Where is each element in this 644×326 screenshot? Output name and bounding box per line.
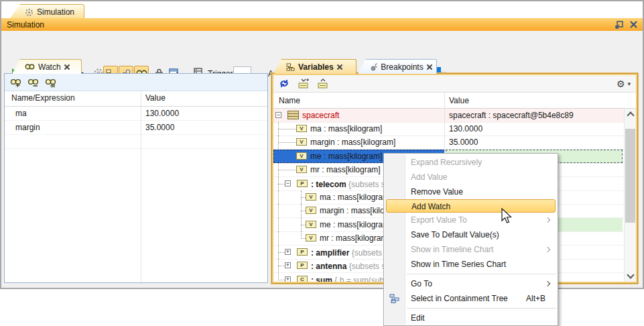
part-property-icon: P: [297, 180, 308, 187]
menu-item-add-value[interactable]: Add Value: [384, 170, 558, 184]
value-property-icon: V: [296, 138, 307, 146]
tab-variables-label: Variables: [298, 62, 334, 72]
menu-separator: [407, 274, 556, 274]
block-instance-icon: [287, 111, 299, 119]
settings-gear-icon: ⚙: [617, 79, 625, 89]
value-property-icon: V: [306, 193, 316, 201]
settings-dropdown-arrow-icon: ▾: [627, 80, 631, 87]
part-property-icon: P: [297, 248, 308, 256]
watch-column-divider[interactable]: [141, 91, 141, 282]
variables-settings[interactable]: ⚙ ▾: [617, 79, 631, 89]
tab-watch-close-icon[interactable]: [64, 64, 70, 70]
breakpoints-tab-icon: [371, 63, 377, 71]
tab-simulation-label: Simulation: [37, 7, 74, 17]
submenu-arrow-icon: [545, 281, 550, 286]
value-property-icon: V: [296, 125, 307, 132]
mouse-cursor: [501, 208, 514, 227]
refresh-icon[interactable]: [279, 78, 289, 89]
tab-variables[interactable]: Variables: [273, 59, 357, 74]
scroll-up-button[interactable]: [625, 109, 636, 120]
menu-item-edit[interactable]: Edit: [384, 311, 558, 325]
collapse-all-icon[interactable]: [317, 78, 328, 89]
part-property-icon: P: [297, 262, 308, 269]
expand-expander-icon[interactable]: +: [285, 276, 291, 282]
menu-item-add-watch[interactable]: Add Watch: [386, 199, 556, 213]
menu-shortcut: Alt+B: [526, 291, 545, 306]
document-tab-bar: Simulation: [1, 1, 643, 18]
add-watch-icon[interactable]: [10, 78, 22, 87]
watch-col-name[interactable]: Name/Expression: [11, 93, 75, 103]
simulation-gear-icon: [25, 8, 34, 17]
remove-all-watches-icon[interactable]: [45, 78, 57, 87]
menu-item-expand-recursively[interactable]: Expand Recursively: [384, 155, 558, 170]
variables-col-name[interactable]: Name: [279, 96, 300, 105]
menu-item-select-in-containment-tree[interactable]: Select in Containment Tree Alt+B: [384, 291, 558, 306]
submenu-arrow-icon: [545, 217, 550, 223]
watch-binoculars-icon: [25, 63, 35, 70]
main-toolbar: ≫_: [1, 31, 643, 58]
menu-item-show-in-time-series-chart[interactable]: Show in Time Series Chart: [384, 257, 558, 272]
close-icon[interactable]: [630, 21, 637, 28]
tab-simulation[interactable]: Simulation: [9, 4, 84, 19]
menu-item-go-to[interactable]: Go To: [384, 276, 558, 291]
tab-watch-label: Watch: [38, 62, 61, 72]
variables-tree-icon: [286, 63, 295, 71]
tree-row[interactable]: V margin : mass[kilogram] 35.0000: [273, 135, 636, 150]
constraint-property-icon: C: [297, 276, 308, 282]
watch-row[interactable]: ma 130.0000: [5, 107, 267, 121]
watch-table-header[interactable]: Name/Expression Value: [5, 91, 267, 107]
watch-panel: Name/Expression Value ma 130.0000 margin…: [4, 73, 268, 283]
tab-breakpoints-close-icon[interactable]: [427, 64, 431, 70]
collapse-expander-icon[interactable]: −: [275, 112, 281, 118]
panel-titlebar[interactable]: Simulation: [1, 18, 643, 31]
value-property-icon: V: [296, 166, 307, 173]
watch-empty-row: [5, 135, 267, 149]
remove-watch-icon[interactable]: [27, 78, 40, 87]
tree-row-spacecraft[interactable]: − spacecraft spacecraft : spacecraft@5b4…: [273, 109, 636, 123]
panel-title: Simulation: [7, 20, 44, 30]
value-property-icon: V: [306, 221, 316, 228]
scroll-down-button[interactable]: [625, 270, 636, 282]
menu-item-export-value-to[interactable]: Export Value To: [384, 213, 558, 227]
tree-row[interactable]: V ma : mass[kilogram] 130.0000: [273, 122, 636, 136]
watch-row[interactable]: margin 35.0000: [5, 121, 267, 135]
tab-watch[interactable]: Watch: [12, 59, 82, 74]
value-property-icon: V: [296, 152, 307, 160]
chevron-down-icon: [627, 271, 634, 278]
watch-toolbar: [5, 74, 267, 91]
expand-expander-icon[interactable]: +: [285, 262, 291, 268]
tab-variables-close-icon[interactable]: [337, 64, 342, 70]
tab-breakpoints-label: Breakpoints: [381, 62, 423, 72]
float-window-icon[interactable]: [615, 21, 623, 29]
expand-expander-icon[interactable]: +: [285, 249, 291, 255]
tab-breakpoints[interactable]: Breakpoints: [358, 59, 437, 74]
submenu-arrow-icon: [545, 247, 550, 252]
collapse-expander-icon[interactable]: −: [285, 180, 291, 186]
value-property-icon: V: [306, 234, 316, 241]
watch-col-value[interactable]: Value: [145, 93, 166, 103]
menu-item-remove-value[interactable]: Remove Value: [384, 184, 558, 199]
value-property-icon: V: [306, 207, 316, 214]
variables-col-value[interactable]: Value: [449, 96, 469, 105]
chevron-up-icon: [627, 111, 634, 119]
containment-tree-icon: [389, 294, 399, 303]
menu-item-save-to-default[interactable]: Save To Default Value(s): [384, 227, 558, 242]
context-menu: Expand Recursively Add Value Remove Valu…: [383, 153, 558, 326]
vertical-scrollbar[interactable]: [624, 109, 636, 282]
variables-table-header[interactable]: Name Value: [273, 93, 636, 109]
scrollbar-thumb[interactable]: [625, 129, 635, 223]
expand-all-icon[interactable]: [298, 78, 309, 89]
menu-separator: [407, 308, 556, 309]
menu-item-show-in-timeline-chart[interactable]: Show in Timeline Chart: [384, 242, 558, 257]
variables-toolbar: ⚙ ▾: [273, 75, 636, 93]
